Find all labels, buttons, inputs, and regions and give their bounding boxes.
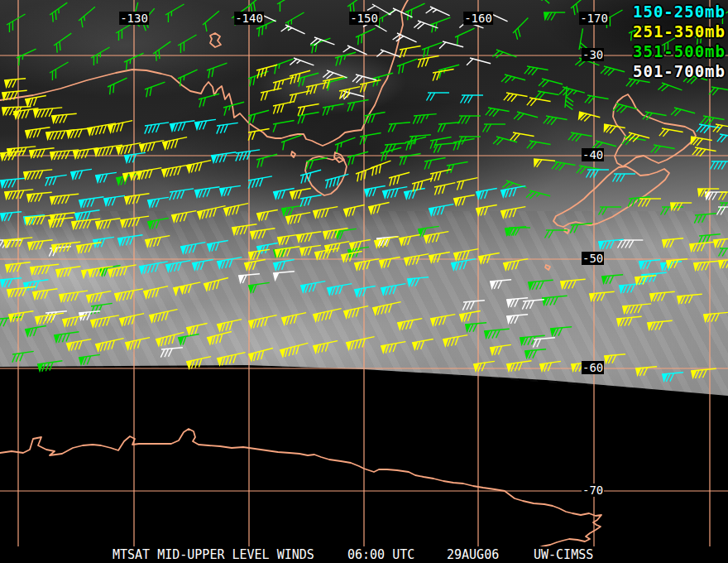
wind-barb bbox=[149, 310, 180, 325]
wind-barb bbox=[144, 123, 170, 134]
wind-barb bbox=[689, 137, 712, 149]
legend-item-150-250mb: 150-250mb bbox=[633, 2, 726, 22]
wind-barb bbox=[79, 354, 101, 366]
wind-barb bbox=[347, 99, 371, 111]
wind-barb bbox=[79, 197, 105, 209]
wind-barb bbox=[51, 113, 78, 124]
wind-barb bbox=[526, 190, 550, 204]
wind-barb bbox=[462, 301, 486, 310]
wind-barb bbox=[359, 132, 383, 144]
wind-barb bbox=[524, 349, 547, 360]
wind-barb bbox=[256, 154, 280, 167]
wind-barb bbox=[86, 291, 113, 305]
wind-barb bbox=[103, 195, 126, 207]
wind-barb bbox=[207, 332, 233, 347]
wind-barb bbox=[343, 205, 366, 219]
wind-barb bbox=[533, 159, 555, 170]
wind-barb bbox=[248, 315, 279, 330]
wind-barb bbox=[424, 232, 450, 245]
wind-barb bbox=[662, 373, 684, 383]
wind-barb bbox=[289, 91, 313, 103]
wind-barb bbox=[211, 152, 237, 165]
wind-barb bbox=[372, 302, 403, 317]
wind-barb bbox=[95, 172, 117, 184]
wind-barb bbox=[500, 207, 527, 220]
wind-barb bbox=[585, 95, 609, 107]
wind-barb bbox=[290, 57, 314, 72]
wind-barb bbox=[144, 82, 168, 97]
wind-barb bbox=[90, 315, 121, 329]
wind-barb bbox=[503, 259, 529, 272]
wind-barb bbox=[649, 291, 676, 302]
wind-barb bbox=[587, 170, 610, 178]
wind-barb bbox=[66, 339, 93, 353]
wind-barb bbox=[510, 132, 534, 144]
wind-barb bbox=[343, 45, 367, 61]
wind-barb bbox=[27, 240, 54, 252]
wind-barb bbox=[37, 361, 64, 373]
wind-barb bbox=[313, 341, 339, 355]
wind-barb bbox=[204, 278, 230, 293]
longitude-label: -130 bbox=[119, 12, 149, 25]
wind-barb bbox=[456, 178, 480, 190]
wind-barb bbox=[577, 112, 600, 126]
wind-barb bbox=[692, 147, 716, 159]
wind-barb bbox=[492, 49, 516, 64]
wind-barb bbox=[32, 289, 59, 301]
wind-barb bbox=[160, 348, 184, 358]
wind-barb bbox=[4, 79, 26, 89]
wind-barb bbox=[368, 203, 391, 216]
wind-barb bbox=[197, 206, 228, 221]
wind-barb bbox=[604, 354, 626, 365]
wind-barb bbox=[247, 110, 271, 123]
wind-barb bbox=[272, 59, 296, 74]
wind-barb bbox=[219, 185, 242, 197]
wind-barb bbox=[324, 174, 351, 188]
wind-barb bbox=[618, 240, 644, 248]
wind-barb bbox=[169, 189, 195, 200]
wind-barb bbox=[417, 55, 441, 67]
wind-barb bbox=[412, 339, 435, 351]
wind-barb bbox=[192, 259, 215, 272]
wind-barb bbox=[30, 264, 60, 276]
wind-barb bbox=[248, 282, 271, 294]
wind-barb bbox=[439, 41, 463, 55]
wind-barb bbox=[717, 207, 728, 215]
wind-barb bbox=[346, 337, 376, 352]
wind-barb bbox=[542, 0, 553, 3]
wind-barb bbox=[223, 204, 250, 218]
wind-barb bbox=[260, 89, 284, 101]
wind-barb bbox=[276, 0, 300, 12]
wind-barb bbox=[399, 234, 422, 247]
wind-barb bbox=[689, 242, 716, 253]
wind-barb bbox=[451, 259, 477, 272]
longitude-label: -150 bbox=[349, 12, 379, 25]
wind-barb bbox=[709, 87, 728, 99]
wind-barb bbox=[506, 361, 533, 373]
wind-barb bbox=[277, 234, 299, 246]
wind-barb bbox=[171, 211, 198, 224]
valid-date: 29AUG06 bbox=[447, 547, 499, 562]
wind-barb bbox=[256, 209, 280, 222]
product-title: MTSAT MID-UPPER LEVEL WINDS bbox=[113, 547, 314, 562]
wind-barb bbox=[53, 33, 76, 53]
wind-barb bbox=[407, 277, 429, 288]
wind-barb bbox=[429, 205, 455, 218]
wind-barb bbox=[217, 320, 243, 334]
wind-barb bbox=[490, 344, 512, 356]
wind-barb bbox=[483, 124, 506, 132]
wind-barb bbox=[396, 59, 420, 74]
wind-barb bbox=[324, 242, 351, 255]
wind-barb bbox=[49, 2, 72, 22]
longitude-label: -140 bbox=[234, 12, 264, 25]
wind-barb bbox=[117, 235, 144, 248]
wind-barb bbox=[177, 70, 201, 86]
wind-barb bbox=[520, 335, 546, 346]
wind-barb bbox=[8, 311, 35, 324]
wind-barb bbox=[244, 259, 267, 272]
wind-barb bbox=[404, 188, 427, 200]
wind-barb bbox=[170, 121, 196, 133]
wind-barb bbox=[0, 278, 22, 289]
wind-barb bbox=[528, 280, 554, 291]
wind-barb bbox=[152, 41, 175, 61]
